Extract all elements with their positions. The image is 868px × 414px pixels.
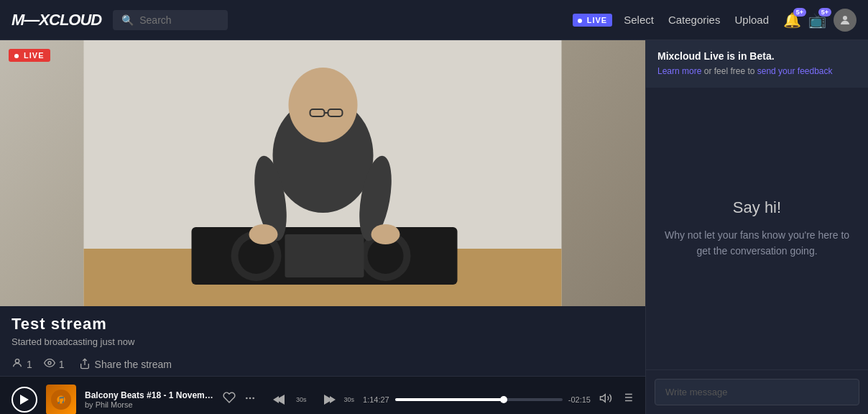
person-icon: [11, 357, 23, 372]
stream-subtitle: Started broadcasting just now: [11, 336, 634, 347]
video-container: LIVE: [0, 40, 645, 306]
listeners-count: 1: [59, 359, 65, 370]
svg-point-16: [249, 224, 278, 244]
play-button[interactable]: [11, 387, 37, 413]
svg-point-27: [252, 397, 254, 399]
logo: M—XCLOUD: [11, 11, 101, 29]
volume-section[interactable]: [599, 392, 612, 408]
svg-point-25: [246, 397, 248, 399]
nav-upload[interactable]: Upload: [734, 14, 769, 26]
more-button[interactable]: [244, 392, 256, 407]
progress-fill: [395, 398, 504, 401]
listeners-stat: 1: [44, 357, 65, 372]
stream-title: Test stream: [11, 315, 634, 334]
main-content: LIVE Test stream Started broadcasting ju…: [0, 40, 868, 414]
notifications-button[interactable]: 🔔 5+: [783, 12, 801, 29]
send-feedback-link[interactable]: send your feedback: [757, 66, 833, 76]
chat-input[interactable]: [655, 379, 859, 405]
header-icons: 🔔 5+ 📺 5+: [783, 9, 857, 32]
current-time: 1:14:27: [363, 395, 389, 404]
viewers-stat: 1: [11, 357, 32, 372]
search-input[interactable]: [139, 14, 219, 26]
rewind-label: 30s: [296, 396, 307, 403]
forward-label: 30s: [344, 396, 355, 403]
beta-banner: Mixcloud Live is in Beta. Learn more or …: [646, 40, 868, 88]
chat-empty-state: Say hi! Why not let your fans know you'r…: [646, 88, 868, 369]
track-title: Balcony Beats #18 - 1 November 2020: [85, 390, 214, 400]
queue-icon[interactable]: [621, 391, 634, 408]
video-live-badge: LIVE: [9, 49, 50, 62]
search-bar[interactable]: 🔍: [113, 10, 228, 30]
track-info: Balcony Beats #18 - 1 November 2020 by P…: [85, 390, 214, 409]
remaining-time: -02:15: [568, 395, 591, 404]
svg-rect-10: [285, 234, 364, 277]
progress-thumb[interactable]: [500, 396, 507, 403]
share-label: Share the stream: [95, 359, 172, 370]
upload-badge: 5+: [818, 8, 831, 17]
nav-categories[interactable]: Categories: [668, 14, 721, 26]
video-placeholder: [0, 40, 645, 306]
header: M—XCLOUD 🔍 LIVE Select Categories Upload…: [0, 0, 868, 40]
live-badge: LIVE: [573, 14, 613, 27]
upload-button[interactable]: 📺 5+: [808, 12, 826, 29]
stream-stats: 1 1 Share the stream: [0, 353, 645, 376]
track-artist: by Phil Morse: [85, 400, 214, 409]
player-bar: 🎵 Balcony Beats #18 - 1 November 2020 by…: [0, 376, 645, 414]
learn-more-link[interactable]: Learn more: [657, 66, 701, 76]
rewind-button[interactable]: [270, 390, 290, 410]
track-thumbnail: 🎵: [46, 385, 76, 415]
svg-point-26: [249, 397, 251, 399]
svg-text:🎵: 🎵: [57, 395, 66, 405]
share-button[interactable]: Share the stream: [79, 358, 172, 372]
stream-info: Test stream Started broadcasting just no…: [0, 306, 645, 353]
say-hi-subtitle: Why not let your fans know you're here t…: [663, 227, 851, 259]
chat-area: Mixcloud Live is in Beta. Learn more or …: [645, 40, 868, 414]
svg-point-17: [371, 224, 400, 244]
progress-section[interactable]: 1:14:27 -02:15: [363, 395, 591, 404]
progress-bar[interactable]: [395, 398, 563, 401]
svg-point-3: [289, 68, 358, 142]
say-hi-title: Say hi!: [733, 198, 781, 217]
forward-button[interactable]: [318, 390, 338, 410]
beta-text: Learn more or feel free to send your fee…: [657, 65, 857, 78]
svg-marker-21: [20, 395, 29, 405]
player-controls: 30s 30s: [270, 390, 354, 410]
live-dot: [578, 19, 582, 23]
svg-marker-28: [601, 394, 606, 402]
avatar[interactable]: [834, 9, 857, 32]
svg-point-0: [843, 16, 847, 20]
like-button[interactable]: [223, 391, 236, 408]
svg-point-19: [48, 362, 51, 364]
share-icon: [79, 358, 91, 372]
nav-select[interactable]: Select: [624, 14, 654, 26]
video-live-dot: [14, 54, 19, 58]
notifications-badge: 5+: [793, 8, 806, 17]
chat-input-area[interactable]: [646, 369, 868, 414]
video-area: LIVE Test stream Started broadcasting ju…: [0, 40, 645, 414]
volume-icon[interactable]: [599, 392, 612, 408]
beta-title: Mixcloud Live is in Beta.: [657, 50, 857, 62]
search-icon: 🔍: [121, 14, 134, 26]
viewers-count: 1: [27, 359, 32, 370]
eye-icon: [44, 357, 55, 372]
svg-point-18: [15, 359, 19, 363]
